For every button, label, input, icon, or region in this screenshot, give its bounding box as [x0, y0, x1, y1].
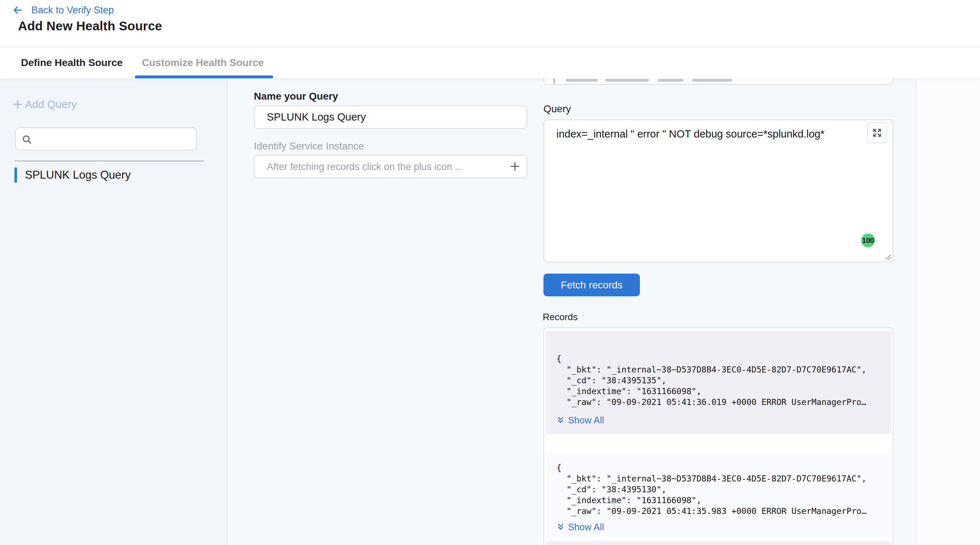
content-area: Add Query SPLUNK Logs Query Name your Qu… [0, 78, 980, 545]
right-gutter [916, 78, 980, 545]
active-tab-underline [135, 75, 273, 78]
show-all-link[interactable]: Show All [557, 521, 891, 533]
fetch-records-button[interactable]: Fetch records [543, 273, 640, 296]
query-sidebar: Add Query SPLUNK Logs Query [0, 78, 228, 545]
query-item-label: SPLUNK Logs Query [25, 168, 131, 181]
page-header: Back to Verify Step Add New Health Sourc… [0, 0, 980, 47]
text-caret [554, 79, 555, 84]
clipped-text-fragment [606, 79, 649, 81]
record-json-line: "_indextime": "1631166098", [557, 495, 891, 506]
show-all-label: Show All [568, 521, 604, 533]
expand-icon [872, 127, 883, 138]
record-json-line: "_raw": "09-09-2021 05:41:36.019 +0000 E… [557, 397, 891, 407]
show-all-link[interactable]: Show All [557, 415, 891, 426]
clipped-text-fragment [658, 79, 683, 81]
record-json-line: "_indextime": "1631166098", [557, 386, 891, 397]
query-editor[interactable]: index=_internal " error " NOT debug sour… [543, 119, 893, 262]
record-json-line: "_cd": "38:4395130", [557, 484, 891, 495]
expand-query-button[interactable] [867, 122, 887, 143]
record-json-line: { [557, 353, 891, 364]
back-link-label: Back to Verify Step [32, 5, 114, 16]
back-to-verify-step-link[interactable]: Back to Verify Step [12, 3, 114, 17]
tab-bar: Define Health Source Customize Health So… [0, 47, 980, 78]
search-input[interactable] [36, 130, 191, 148]
selected-indicator-bar [14, 167, 17, 183]
clipped-text-fragment [692, 79, 732, 81]
query-search-box[interactable] [15, 127, 197, 151]
query-label: Query [543, 103, 571, 115]
identify-service-instance-label: Identify Service Instance [254, 140, 364, 152]
add-health-source-page: Add Query SPLUNK Logs Query Name your Qu… [0, 0, 980, 545]
sidebar-query-item[interactable]: SPLUNK Logs Query [14, 167, 131, 183]
name-your-query-label: Name your Query [254, 91, 338, 102]
record-item: { "_bkt": "_internal~38~D537D8B4-3EC0-4D… [546, 453, 891, 538]
record-json-line: "_bkt": "_internal~38~D537D8B4-3EC0-4D5E… [557, 364, 891, 375]
record-item-partial [546, 541, 891, 545]
add-query-button[interactable]: Add Query [12, 98, 76, 110]
resize-handle[interactable] [883, 252, 891, 261]
records-panel: { "_bkt": "_internal~38~D537D8B4-3EC0-4D… [543, 327, 893, 545]
service-instance-input[interactable] [254, 155, 527, 178]
service-instance-field-wrap [254, 155, 527, 178]
records-count-badge: 100 [861, 234, 875, 247]
show-all-label: Show All [568, 415, 604, 426]
add-service-instance-icon[interactable] [509, 160, 521, 172]
page-title: Add New Health Source [18, 19, 162, 33]
record-json-line: "_bkt": "_internal~38~D537D8B4-3EC0-4D5E… [557, 473, 891, 484]
record-json-line: { [557, 462, 891, 473]
add-query-label: Add Query [25, 98, 76, 110]
query-name-input[interactable] [254, 105, 527, 129]
clipped-text-fragment [566, 79, 598, 81]
record-item: { "_bkt": "_internal~38~D537D8B4-3EC0-4D… [546, 331, 891, 434]
tab-define-health-source[interactable]: Define Health Source [21, 47, 123, 78]
double-chevron-down-icon [557, 523, 565, 531]
plus-icon [12, 99, 24, 110]
search-icon [21, 134, 32, 145]
record-json-line: "_cd": "38:4395135", [557, 375, 891, 386]
tab-customize-health-source[interactable]: Customize Health Source [142, 47, 264, 78]
query-text: index=_internal " error " NOT debug sour… [557, 128, 824, 140]
double-chevron-down-icon [557, 416, 565, 424]
sidebar-divider [14, 160, 204, 161]
record-json-line: "_raw": "09-09-2021 05:41:35.983 +0000 E… [557, 506, 891, 516]
back-arrow-icon [12, 5, 24, 16]
records-label: Records [543, 311, 578, 323]
